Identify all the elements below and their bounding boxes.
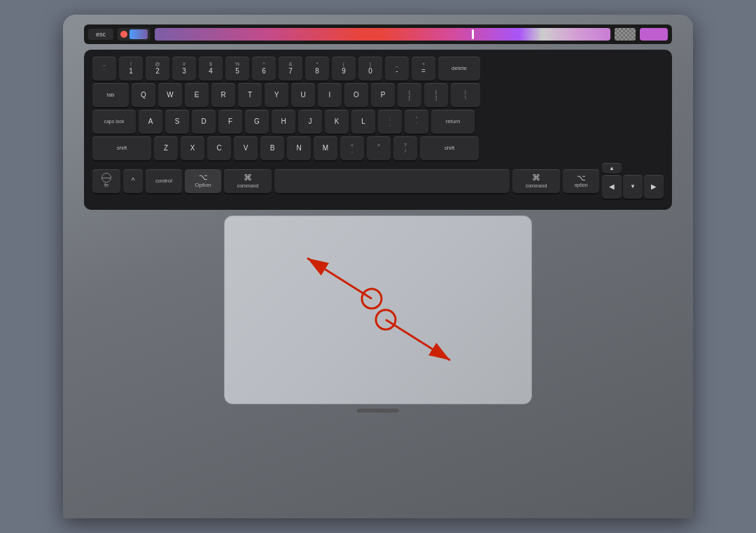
trackpad[interactable] [224, 215, 532, 404]
key-u[interactable]: U [291, 83, 315, 107]
key-z[interactable]: Z [154, 136, 178, 160]
key-shift-left[interactable]: shift [92, 136, 151, 160]
key-9[interactable]: ( 9 [332, 57, 356, 80]
key-x[interactable]: X [181, 136, 204, 160]
key-control[interactable]: control [146, 169, 182, 193]
key-i[interactable]: I [318, 83, 342, 107]
key-5[interactable]: % 5 [225, 57, 249, 80]
tb-close-dot [120, 31, 127, 38]
key-j[interactable]: J [298, 110, 322, 134]
key-fn[interactable]: fn [92, 169, 120, 193]
key-s[interactable]: S [165, 110, 189, 134]
key-k[interactable]: K [325, 110, 349, 134]
key-rbracket[interactable]: } ] [424, 83, 448, 107]
annotation-svg [225, 216, 533, 405]
key-arrow-up[interactable]: ▲ [602, 163, 622, 173]
key-delete[interactable]: delete [438, 57, 480, 80]
key-return[interactable]: return [431, 110, 475, 134]
esc-key[interactable]: esc [88, 29, 113, 40]
key-b[interactable]: B [260, 136, 284, 160]
key-3[interactable]: # 3 [172, 57, 196, 80]
key-command-left[interactable]: ⌘ command [224, 169, 272, 193]
key-shift-right[interactable]: shift [420, 136, 479, 160]
arrow-bottom-row: ◀ ▼ ▶ [602, 175, 664, 199]
key-arrow-right[interactable]: ▶ [644, 175, 664, 199]
charging-port [357, 408, 399, 413]
tb-expand-bar [130, 29, 148, 39]
key-command-right[interactable]: ⌘ command [512, 169, 560, 193]
key-t[interactable]: T [238, 83, 262, 107]
key-q[interactable]: Q [132, 83, 155, 107]
key-option-left[interactable]: ⌥ Option [185, 169, 221, 193]
key-4[interactable]: $ 4 [199, 57, 223, 80]
keyboard-area: ~ ` ! 1 @ 2 # 3 $ 4 % 5 [84, 50, 672, 210]
arrow-top-row: ▲ [602, 163, 664, 173]
key-capslock[interactable]: caps lock [92, 110, 136, 134]
key-0[interactable]: ) 0 [358, 57, 382, 80]
home-row: caps lock A S D F G H J K L : ; " ' retu… [92, 110, 664, 134]
tb-checkerboard [615, 28, 636, 41]
qwerty-row: tab Q W E R T Y U I O P { [ } ] | \ [92, 83, 664, 107]
key-o[interactable]: O [344, 83, 368, 107]
key-quote[interactable]: " ' [405, 110, 428, 134]
key-h[interactable]: H [272, 110, 295, 134]
key-m[interactable]: M [314, 136, 337, 160]
key-l[interactable]: L [351, 110, 375, 134]
laptop-body: esc ~ ` ! 1 @ 2 # [63, 15, 693, 518]
key-2[interactable]: @ 2 [146, 57, 169, 80]
key-n[interactable]: N [287, 136, 311, 160]
key-period[interactable]: > . [367, 136, 391, 160]
tb-pink-pill [640, 28, 668, 41]
bottom-notch [84, 408, 672, 413]
key-semicolon[interactable]: : ; [378, 110, 402, 134]
key-c[interactable]: C [207, 136, 231, 160]
svg-line-2 [307, 258, 372, 299]
key-tilde[interactable]: ~ ` [92, 57, 116, 80]
key-y[interactable]: Y [265, 83, 288, 107]
key-backslash[interactable]: | \ [451, 83, 480, 107]
key-minus[interactable]: _ - [385, 57, 409, 80]
key-slash[interactable]: ? / [393, 136, 417, 160]
key-7[interactable]: & 7 [279, 57, 302, 80]
tb-controls [118, 28, 150, 41]
key-g[interactable]: G [245, 110, 269, 134]
key-f[interactable]: F [218, 110, 242, 134]
tb-slider [472, 29, 474, 39]
key-equals[interactable]: + = [412, 57, 435, 80]
key-a[interactable]: A [139, 110, 162, 134]
shift-row: shift Z X C V B N M < , > . ? / shift [92, 136, 664, 160]
touch-bar: esc [84, 24, 672, 44]
trackpad-area [84, 215, 672, 404]
key-tab[interactable]: tab [92, 83, 129, 107]
key-8[interactable]: * 8 [305, 57, 329, 80]
key-up-arrow-fn[interactable]: ^ [123, 169, 143, 193]
key-v[interactable]: V [234, 136, 258, 160]
globe-icon [102, 173, 111, 183]
tb-gradient-bar[interactable] [155, 28, 610, 41]
key-arrow-down[interactable]: ▼ [623, 175, 643, 199]
key-arrow-left[interactable]: ◀ [602, 175, 622, 199]
key-e[interactable]: E [185, 83, 209, 107]
key-lbracket[interactable]: { [ [398, 83, 421, 107]
key-d[interactable]: D [192, 110, 216, 134]
bottom-row: fn ^ control ⌥ Option ⌘ command ⌘ comman… [92, 163, 664, 199]
key-comma[interactable]: < , [340, 136, 364, 160]
key-w[interactable]: W [158, 83, 182, 107]
key-option-right[interactable]: ⌥ option [563, 169, 599, 193]
svg-line-3 [386, 320, 450, 360]
key-space[interactable] [274, 169, 510, 193]
key-p[interactable]: P [371, 83, 395, 107]
key-6[interactable]: ^ 6 [252, 57, 276, 80]
key-r[interactable]: R [211, 83, 235, 107]
number-row: ~ ` ! 1 @ 2 # 3 $ 4 % 5 [92, 57, 664, 80]
arrow-cluster: ▲ ◀ ▼ ▶ [602, 163, 664, 199]
key-1[interactable]: ! 1 [119, 57, 143, 80]
